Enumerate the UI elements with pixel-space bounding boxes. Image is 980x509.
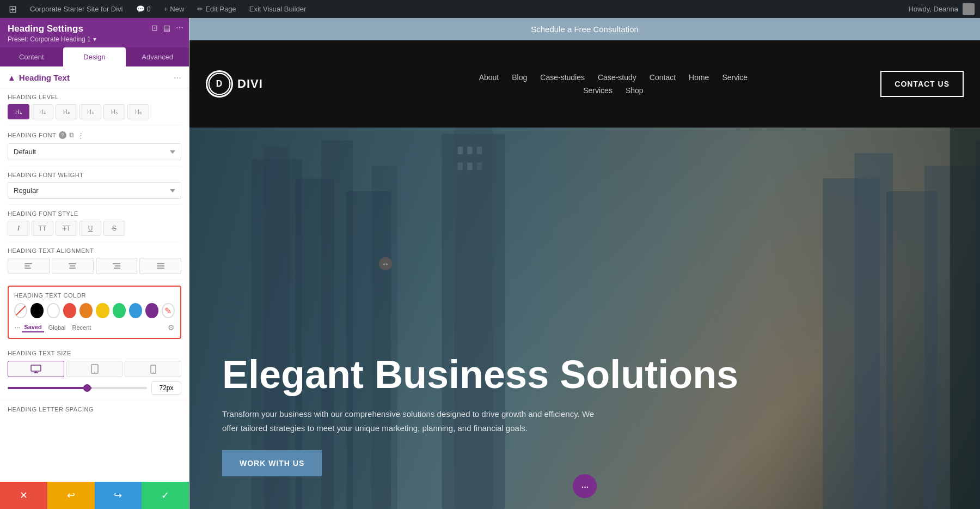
wp-logo[interactable]: ⊞ [5,0,20,18]
h2-btn[interactable]: H₂ [32,104,53,119]
align-justify-btn[interactable] [139,258,181,274]
nav-row-2: Services Shop [583,86,643,95]
align-center-btn[interactable] [52,258,94,274]
layout-icon[interactable]: ▤ [163,23,170,32]
section-more-icon[interactable]: ⋯ [174,74,181,82]
panel-header-icons: ⊡ ▤ ⋯ [151,23,183,32]
letter-spacing-row: Heading Letter Spacing [0,401,189,418]
site-nav: D DIVI About Blog Case-studies Case-stud… [189,40,980,128]
settings-icon[interactable]: ⊡ [151,23,158,32]
italic-btn[interactable]: I [8,221,29,236]
size-slider-row: 72px [8,381,181,395]
h3-btn[interactable]: H₃ [56,104,77,119]
new-item[interactable]: + New [161,0,188,18]
nav-blog[interactable]: Blog [512,73,527,82]
redo-button[interactable]: ↪ [95,482,142,509]
contact-button[interactable]: CONTACT US [880,71,964,97]
mobile-icon [150,365,156,374]
tab-design[interactable]: Design [63,47,126,66]
nav-case-studies[interactable]: Case-studies [540,73,585,82]
color-tab-global[interactable]: Global [46,323,68,332]
preset-chevron-icon[interactable]: ▾ [93,35,96,43]
text-size-slider[interactable] [8,387,147,389]
h1-btn[interactable]: H₁ [8,104,29,119]
nav-home[interactable]: Home [689,73,709,82]
panel-preset: Preset: Corporate Heading 1 ▾ [8,35,181,43]
strikethrough-label-btn[interactable]: T̶T [56,221,77,236]
color-swatch-edit[interactable]: ✎ [162,303,175,318]
section-heading-icons: ⋯ [174,74,181,82]
nav-service[interactable]: Service [722,73,748,82]
color-gear-icon[interactable]: ⚙ [168,323,175,332]
undo-button[interactable]: ↩ [47,482,95,509]
more-button[interactable]: ··· [573,474,597,498]
hero-cta-button[interactable]: WORK WITH US [222,450,322,476]
align-right-btn[interactable] [96,258,138,274]
heading-weight-row: Heading Font Weight Regular [8,166,181,205]
svg-text:D: D [216,79,223,88]
color-swatch-green[interactable] [113,303,126,318]
edit-page-item[interactable]: ✏ Edit Page [194,0,239,18]
style-buttons: I TT T̶T U S [8,221,181,236]
color-tab-recent[interactable]: Recent [70,323,94,332]
tab-advanced[interactable]: Advanced [126,47,189,66]
color-swatch-black[interactable] [30,303,44,318]
hero-desc: Transform your business with our compreh… [222,407,603,435]
wp-admin-bar: ⊞ Corporate Starter Site for Divi 💬 0 + … [0,0,980,18]
h4-btn[interactable]: H₄ [79,104,101,119]
comment-icon: 💬 [136,5,145,13]
color-swatch-orange[interactable] [79,303,93,318]
desktop-btn[interactable] [8,361,64,377]
color-swatch-yellow[interactable] [96,303,109,318]
nav-about[interactable]: About [479,73,499,82]
font-more-icon[interactable]: ⋮ [77,131,85,140]
text-size-input[interactable]: 72px [151,381,181,395]
underline-btn[interactable]: U [79,221,101,236]
heading-font-row: Heading Font ? ⧉ ⋮ Default [8,125,181,166]
site-name[interactable]: Corporate Starter Site for Divi [27,0,126,18]
nav-contact[interactable]: Contact [650,73,676,82]
nav-case-study[interactable]: Case-study [598,73,636,82]
color-swatch-purple[interactable] [145,303,158,318]
comments-item[interactable]: 💬 0 [133,0,154,18]
main-layout: Heading Settings Preset: Corporate Headi… [0,18,980,509]
color-swatch-red[interactable] [63,303,76,318]
font-weight-select[interactable]: Regular [8,182,181,199]
panel-tabs: Content Design Advanced [0,47,189,66]
tablet-icon [91,364,99,374]
nav-shop[interactable]: Shop [626,86,644,95]
save-button[interactable]: ✓ [142,482,189,509]
h6-btn[interactable]: H₆ [127,104,149,119]
svg-rect-0 [31,365,41,371]
heading-style-label: Heading Font Style [8,210,181,217]
align-center-icon [69,263,76,269]
nav-services[interactable]: Services [583,86,612,95]
hero-title: Elegant Business Solutions [222,353,947,396]
cancel-button[interactable]: ✕ [0,482,47,509]
pencil-icon: ✏ [197,5,203,13]
collapse-icon[interactable]: ▲ [8,73,16,82]
mobile-btn[interactable] [125,361,181,377]
more-icon[interactable]: ⋯ [176,23,183,32]
exit-builder-item[interactable]: Exit Visual Builder [246,0,310,18]
font-copy-icon[interactable]: ⧉ [69,131,75,140]
h5-btn[interactable]: H₅ [103,104,125,119]
howdy-text: Howdy, Deanna [908,5,958,13]
color-swatch-none[interactable] [14,303,27,318]
svg-point-6 [152,372,154,373]
color-tabs: ··· Saved Global Recent ⚙ [14,323,175,332]
color-swatch-blue[interactable] [129,303,142,318]
color-swatch-white[interactable] [47,303,60,318]
tablet-btn[interactable] [66,361,123,377]
resize-handle[interactable]: ↔ [379,257,392,270]
color-tab-dots[interactable]: ··· [14,323,20,332]
align-left-btn[interactable] [8,258,50,274]
font-help-icon[interactable]: ? [59,131,66,139]
tt-btn[interactable]: TT [32,221,53,236]
color-tab-saved[interactable]: Saved [22,323,44,332]
strikethrough-btn[interactable]: S [103,221,125,236]
heading-align-label: Heading Text Alignment [8,247,181,254]
font-select[interactable]: Default [8,143,181,160]
tab-content[interactable]: Content [0,47,63,66]
color-swatches: ✎ [14,303,175,318]
